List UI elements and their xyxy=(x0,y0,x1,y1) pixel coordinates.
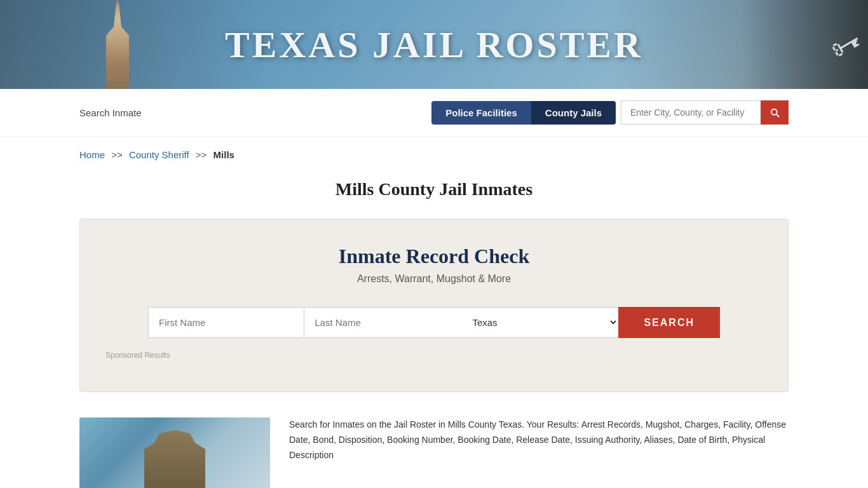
page-title: Mills County Jail Inmates xyxy=(79,179,789,200)
bottom-description: Search for Inmates on the Jail Roster in… xyxy=(289,417,789,463)
breadcrumb-sep2: >> xyxy=(196,149,207,160)
keys-icon: 🗝 xyxy=(824,22,868,67)
county-jails-button[interactable]: County Jails xyxy=(531,101,616,125)
first-name-input[interactable] xyxy=(148,307,304,338)
nav-bar: Search Inmate Police Facilities County J… xyxy=(0,89,868,137)
record-check-title: Inmate Record Check xyxy=(99,245,769,268)
last-name-input[interactable] xyxy=(304,307,459,338)
sponsored-results-label: Sponsored Results xyxy=(99,351,769,360)
breadcrumb-current: Mills xyxy=(214,149,234,160)
nav-right: Police Facilities County Jails xyxy=(431,100,789,125)
breadcrumb-county-sheriff[interactable]: County Sheriff xyxy=(129,149,189,160)
record-search-button[interactable]: SEARCH xyxy=(618,307,720,338)
police-facilities-button[interactable]: Police Facilities xyxy=(431,101,531,125)
record-check-form: AlabamaAlaskaArizonaArkansasCaliforniaCo… xyxy=(148,307,720,338)
nav-search-input[interactable] xyxy=(621,100,761,125)
header-banner: Texas Jail Roster 🗝 xyxy=(0,0,868,89)
header-keys-decoration: 🗝 xyxy=(741,0,868,89)
record-check-subtitle: Arrests, Warrant, Mugshot & More xyxy=(99,273,769,285)
bottom-section: Search for Inmates on the Jail Roster in… xyxy=(0,411,868,488)
building-silhouette xyxy=(124,430,226,488)
breadcrumb-sep1: >> xyxy=(111,149,123,160)
state-select[interactable]: AlabamaAlaskaArizonaArkansasCaliforniaCo… xyxy=(459,307,618,338)
nav-search-wrapper xyxy=(621,100,789,125)
breadcrumb: Home >> County Sheriff >> Mills xyxy=(0,137,868,166)
search-icon xyxy=(769,107,780,118)
nav-search-button[interactable] xyxy=(761,100,789,125)
county-building-image xyxy=(79,417,270,488)
site-title: Texas Jail Roster xyxy=(225,24,643,66)
search-inmate-label: Search Inmate xyxy=(79,107,142,118)
breadcrumb-home[interactable]: Home xyxy=(79,149,105,160)
record-check-box: Inmate Record Check Arrests, Warrant, Mu… xyxy=(79,219,789,392)
page-title-section: Mills County Jail Inmates xyxy=(0,166,868,219)
